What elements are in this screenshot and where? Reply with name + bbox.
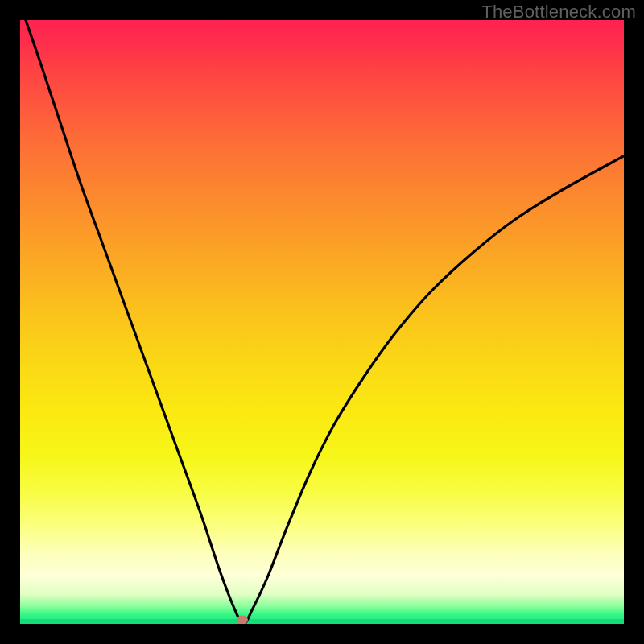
optimal-point-marker [237, 615, 248, 624]
bottleneck-curve [20, 20, 624, 624]
watermark-text: TheBottleneck.com [481, 2, 636, 23]
chart-frame: TheBottleneck.com [0, 0, 644, 644]
plot-area [20, 20, 624, 624]
